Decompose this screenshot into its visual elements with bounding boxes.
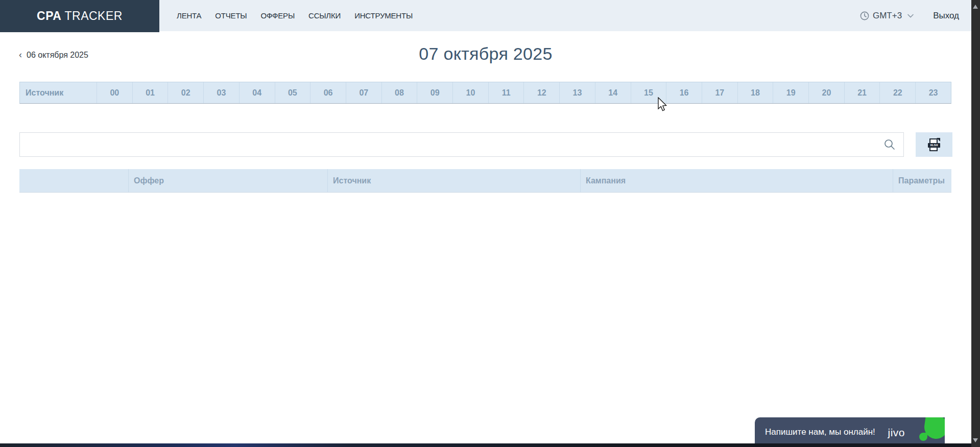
hours-source-header: Источник	[20, 82, 97, 103]
hour-header-19: 19	[773, 82, 808, 103]
search-bar	[19, 132, 904, 157]
nav-item-lenta[interactable]: ЛЕНТА	[177, 11, 201, 20]
vertical-scrollbar[interactable]	[971, 0, 980, 447]
hour-header-08: 08	[381, 82, 417, 103]
nav-item-instrumenty[interactable]: ИНСТРУМЕНТЫ	[354, 11, 413, 20]
data-table-header: Оффер Источник Кампания Параметры	[19, 169, 951, 193]
clock-icon	[860, 11, 869, 20]
hour-header-02: 02	[168, 82, 203, 103]
hour-header-11: 11	[488, 82, 524, 103]
page-title: 07 октября 2025	[419, 44, 552, 63]
hour-header-07: 07	[346, 82, 381, 103]
hour-header-18: 18	[737, 82, 773, 103]
chevron-down-icon	[907, 14, 914, 18]
nav-item-offery[interactable]: ОФФЕРЫ	[260, 11, 295, 20]
app-screen: ЛЕНТА ОТЧЕТЫ ОФФЕРЫ ССЫЛКИ ИНСТРУМЕНТЫ G…	[0, 0, 980, 447]
hour-header-00: 00	[97, 82, 132, 103]
nav-item-otchety[interactable]: ОТЧЕТЫ	[215, 11, 247, 20]
column-header-campaign: Кампания	[580, 169, 893, 192]
hourly-stats-header: Источник 00 01 02 03 04 05 06 07 08 09 1…	[19, 82, 951, 104]
export-xlsx-button[interactable]: XLSX	[916, 132, 952, 157]
hour-header-01: 01	[132, 82, 168, 103]
timezone-selector[interactable]: GMT+3	[860, 11, 914, 21]
hour-header-16: 16	[666, 82, 702, 103]
xlsx-file-icon: XLSX	[929, 138, 939, 151]
hour-header-03: 03	[203, 82, 239, 103]
bottom-edge-bar	[0, 443, 980, 447]
brand-logo-text: CPATRACKER	[37, 9, 123, 23]
hour-header-23: 23	[915, 82, 951, 103]
hour-header-17: 17	[702, 82, 737, 103]
brand-logo[interactable]: CPATRACKER	[0, 0, 159, 32]
hour-header-10: 10	[452, 82, 488, 103]
search-icon[interactable]	[883, 138, 896, 151]
topbar-right-controls: GMT+3 Выход	[860, 0, 959, 31]
brand-bold: CPA	[37, 9, 61, 22]
hour-header-04: 04	[239, 82, 275, 103]
column-header-params: Параметры	[893, 169, 951, 192]
hour-header-22: 22	[879, 82, 915, 103]
hour-header-09: 09	[417, 82, 452, 103]
hour-header-21: 21	[844, 82, 880, 103]
timezone-label: GMT+3	[873, 11, 902, 21]
xlsx-file-label: XLSX	[928, 143, 940, 148]
hour-header-13: 13	[559, 82, 595, 103]
jivo-logo: jivo	[888, 427, 905, 439]
scrollbar-down-arrow[interactable]	[973, 438, 978, 442]
hour-header-20: 20	[808, 82, 844, 103]
search-input[interactable]	[19, 132, 904, 157]
column-header-source: Источник	[327, 169, 580, 192]
page-title-wrap: 07 октября 2025	[0, 44, 971, 64]
hour-header-14: 14	[595, 82, 631, 103]
hour-header-15: 15	[631, 82, 666, 103]
hour-header-12: 12	[523, 82, 559, 103]
chat-widget[interactable]: Напишите нам, мы онлайн! jivo	[755, 417, 945, 447]
nav-item-ssylki[interactable]: ССЫЛКИ	[308, 11, 341, 20]
jivo-leaf-icon	[915, 417, 945, 447]
logout-button[interactable]: Выход	[933, 11, 959, 21]
chat-message: Напишите нам, мы онлайн!	[755, 427, 875, 437]
main-nav: ЛЕНТА ОТЧЕТЫ ОФФЕРЫ ССЫЛКИ ИНСТРУМЕНТЫ	[177, 0, 413, 31]
column-header-offer: Оффер	[128, 169, 327, 192]
scrollbar-up-arrow[interactable]	[973, 5, 978, 9]
hour-header-05: 05	[275, 82, 310, 103]
hour-header-06: 06	[310, 82, 346, 103]
column-header-empty	[19, 169, 128, 192]
brand-rest: TRACKER	[64, 9, 122, 22]
